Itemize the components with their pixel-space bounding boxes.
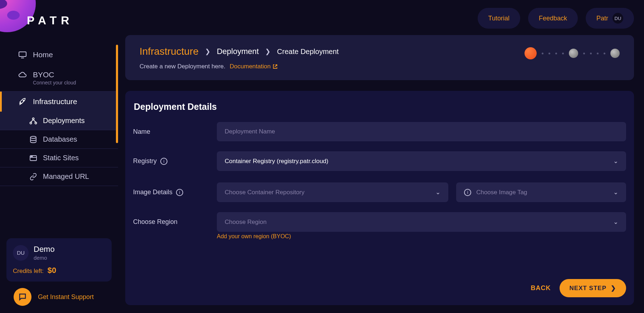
link-icon — [28, 173, 39, 181]
svg-line-7 — [33, 119, 36, 122]
credits-label: Credits left: — [13, 268, 44, 274]
sidebar-scrollbar[interactable] — [116, 45, 118, 143]
label-image-details: Image Details i — [133, 189, 217, 196]
svg-point-3 — [33, 118, 34, 119]
documentation-label: Documentation — [230, 63, 270, 70]
tutorial-button[interactable]: Tutorial — [478, 8, 520, 29]
support-label: Get Instant Support — [38, 293, 94, 301]
chat-icon — [14, 288, 31, 306]
svg-point-8 — [30, 136, 36, 138]
window-icon — [28, 154, 39, 162]
tutorial-label: Tutorial — [488, 15, 509, 22]
info-icon[interactable]: i — [176, 189, 183, 196]
chevron-right-icon: ❯ — [265, 48, 270, 55]
breadcrumb: Infrastructure ❯ Deployment ❯ Create Dep… — [140, 46, 339, 57]
region-select[interactable]: Choose Region ⌄ — [217, 212, 626, 232]
topbar: Tutorial Feedback Patr DU — [125, 8, 634, 29]
sidebar-item-infrastructure[interactable]: Infrastructure — [0, 92, 118, 112]
cloud-icon — [17, 70, 28, 79]
user-name: Demo — [34, 245, 55, 254]
sidebar-item-label: Home — [33, 50, 53, 59]
logo-area: PATR — [0, 0, 118, 41]
network-icon — [28, 117, 39, 125]
sidebar-item-label: BYOC — [33, 70, 76, 79]
breadcrumb-deployment[interactable]: Deployment — [217, 47, 259, 56]
credits-row: Credits left: $0 — [13, 266, 105, 275]
page-subtitle: Create a new Deployment here. — [140, 63, 225, 70]
support-button[interactable]: Get Instant Support — [0, 288, 118, 313]
step-progress — [525, 47, 620, 59]
label-name: Name — [133, 128, 217, 136]
next-step-button[interactable]: NEXT STEP ❯ — [560, 279, 626, 297]
image-tag-select[interactable]: i Choose Image Tag ⌄ — [456, 182, 626, 202]
sidebar-item-label: Databases — [43, 135, 77, 143]
credits-amount: $0 — [48, 266, 56, 275]
info-icon[interactable]: i — [160, 158, 167, 165]
label-choose-region: Choose Region — [133, 218, 217, 226]
byoc-link[interactable]: Add your own region (BYOC) — [217, 233, 626, 240]
breadcrumb-infrastructure[interactable]: Infrastructure — [140, 46, 199, 57]
breadcrumb-create: Create Deployment — [277, 48, 338, 56]
image-tag-placeholder: Choose Image Tag — [476, 189, 527, 196]
sidebar-nav: Home BYOC Connect your cloud Infrastruct… — [0, 45, 118, 234]
step-3-indicator — [610, 49, 620, 58]
step-1-indicator — [525, 47, 537, 59]
chevron-down-icon: ⌄ — [613, 157, 618, 165]
page-subtitle-row: Create a new Deployment here. Documentat… — [140, 63, 339, 70]
sidebar-item-sublabel: Connect your cloud — [33, 80, 76, 85]
sidebar-sub-databases[interactable]: Databases — [0, 130, 118, 148]
sidebar-item-home[interactable]: Home — [0, 45, 118, 65]
sidebar-sub-static-sites[interactable]: Static Sites — [0, 149, 118, 167]
chevron-right-icon: ❯ — [611, 284, 616, 292]
registry-value: Container Registry (registry.patr.cloud) — [225, 158, 328, 165]
info-icon: i — [464, 189, 471, 196]
sidebar-item-label: Managed URL — [43, 172, 89, 181]
sidebar-item-byoc[interactable]: BYOC Connect your cloud — [0, 65, 118, 91]
chevron-down-icon: ⌄ — [613, 218, 618, 226]
workspace-switcher[interactable]: Patr DU — [586, 8, 634, 29]
sidebar-item-label: Deployments — [43, 117, 85, 125]
chevron-down-icon: ⌄ — [613, 189, 618, 196]
feedback-label: Feedback — [539, 15, 567, 22]
section-title: Deployment Details — [134, 102, 626, 112]
svg-rect-0 — [19, 52, 26, 57]
region-placeholder: Choose Region — [225, 219, 267, 226]
back-button[interactable]: BACK — [531, 284, 551, 292]
page-header: Infrastructure ❯ Deployment ❯ Create Dep… — [125, 35, 634, 80]
chevron-right-icon: ❯ — [205, 48, 210, 55]
chevron-down-icon: ⌄ — [435, 189, 440, 196]
next-step-label: NEXT STEP — [570, 285, 606, 292]
svg-point-4 — [30, 122, 32, 124]
svg-point-2 — [23, 100, 24, 101]
svg-line-6 — [31, 119, 33, 122]
workspace-label: Patr — [596, 15, 608, 22]
workspace-card[interactable]: DU Demo demo Credits left: $0 — [6, 238, 112, 282]
avatar: DU — [13, 245, 29, 261]
deployment-name-input[interactable] — [217, 122, 626, 141]
sidebar-item-label: Infrastructure — [33, 97, 77, 106]
svg-point-5 — [35, 122, 37, 124]
main-area: Tutorial Feedback Patr DU Infrastructure… — [118, 0, 644, 313]
external-link-icon — [273, 64, 278, 69]
form-footer: BACK NEXT STEP ❯ — [133, 272, 626, 297]
sidebar-sub-managed-url[interactable]: Managed URL — [0, 167, 118, 186]
workspace-name: demo — [34, 255, 55, 261]
form-card: Deployment Details Name Registry i Conta… — [125, 91, 634, 305]
brand-name: PATR — [27, 14, 73, 27]
registry-select[interactable]: Container Registry (registry.patr.cloud)… — [217, 151, 626, 171]
sidebar-item-label: Static Sites — [43, 154, 79, 162]
feedback-button[interactable]: Feedback — [528, 8, 578, 29]
svg-point-12 — [32, 156, 33, 157]
step-2-indicator — [569, 49, 578, 58]
rocket-icon — [17, 97, 28, 106]
label-registry: Registry i — [133, 157, 217, 165]
documentation-link[interactable]: Documentation — [230, 63, 278, 70]
database-icon — [28, 136, 39, 143]
repository-placeholder: Choose Container Repository — [225, 189, 304, 196]
svg-point-11 — [31, 156, 31, 157]
monitor-icon — [17, 50, 28, 59]
sidebar: PATR Home BYOC Connect your cloud Infras… — [0, 0, 118, 313]
avatar: DU — [613, 13, 623, 24]
container-repository-select[interactable]: Choose Container Repository ⌄ — [217, 182, 448, 202]
sidebar-sub-deployments[interactable]: Deployments — [0, 112, 118, 130]
